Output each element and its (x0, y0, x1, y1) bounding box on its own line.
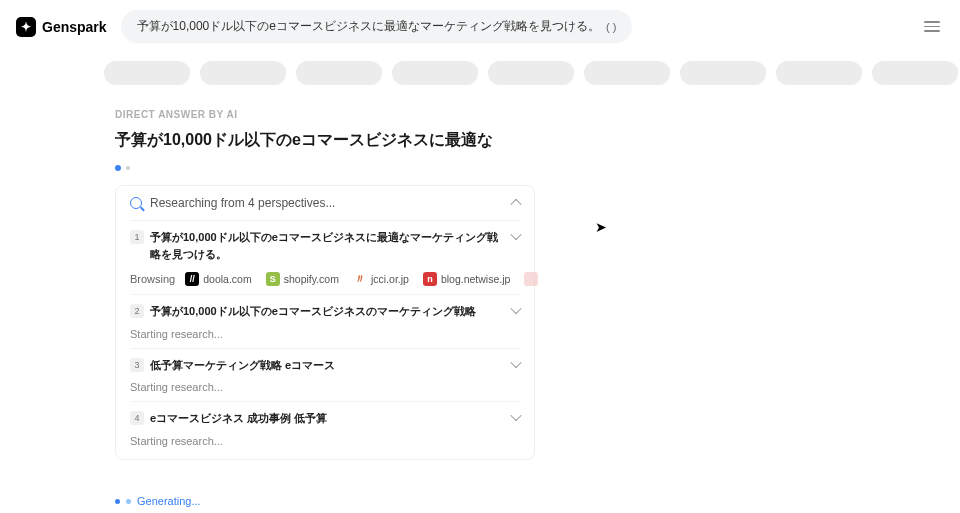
perspective-status: Starting research... (130, 435, 520, 447)
source-item[interactable]: // doola.com (185, 272, 251, 286)
source-name: shopify.com (284, 273, 339, 285)
tabs-row (0, 53, 960, 93)
source-item[interactable]: n blog.netwise.jp (423, 272, 510, 286)
perspective-number: 1 (130, 230, 144, 244)
header-bar: ✦ Genspark 予算が10,000ドル以下のeコマースビジネスに最適なマー… (0, 0, 960, 53)
research-panel: Researching from 4 perspectives... 1 予算が… (115, 185, 535, 460)
perspective-title: 予算が10,000ドル以下のeコマースビジネスのマーケティング戦略 (150, 303, 506, 320)
tab-skeleton (680, 61, 766, 85)
perspective-number: 2 (130, 304, 144, 318)
chevron-down-icon (510, 229, 521, 240)
source-name: doola.com (203, 273, 251, 285)
dot-inactive (126, 166, 130, 170)
perspective-item[interactable]: 4 eコマースビジネス 成功事例 低予算 Starting research..… (130, 401, 520, 455)
tab-skeleton (200, 61, 286, 85)
perspective-number: 3 (130, 358, 144, 372)
perspective-item[interactable]: 2 予算が10,000ドル以下のeコマースビジネスのマーケティング戦略 Star… (130, 294, 520, 348)
source-name: jcci.or.jp (371, 273, 409, 285)
query-text: 予算が10,000ドル以下のeコマースビジネスに最適なマーケティング戦略を見つけ… (137, 18, 600, 35)
gen-dot (126, 499, 131, 504)
browsing-label: Browsing (130, 273, 175, 285)
perspective-item[interactable]: 3 低予算マーケティング戦略 eコマース Starting research..… (130, 348, 520, 402)
direct-answer-label: DIRECT ANSWER BY AI (115, 109, 540, 120)
progress-dots (115, 165, 540, 171)
query-pill[interactable]: 予算が10,000ドル以下のeコマースビジネスに最適なマーケティング戦略を見つけ… (121, 10, 633, 43)
source-icon: n (423, 272, 437, 286)
perspective-item[interactable]: 1 予算が10,000ドル以下のeコマースビジネスに最適なマーケティング戦略を見… (130, 220, 520, 294)
tab-skeleton (872, 61, 958, 85)
logo[interactable]: ✦ Genspark (16, 17, 107, 37)
perspective-title: 予算が10,000ドル以下のeコマースビジネスに最適なマーケティング戦略を見つけ… (150, 229, 506, 262)
perspective-status: Starting research... (130, 328, 520, 340)
search-icon (130, 197, 142, 209)
perspective-number: 4 (130, 411, 144, 425)
source-icon: 〃 (353, 272, 367, 286)
dot-active (115, 165, 121, 171)
tab-skeleton (584, 61, 670, 85)
research-header-text: Researching from 4 perspectives... (150, 196, 504, 210)
generating-indicator: Generating... (115, 495, 201, 507)
source-item[interactable]: 〃 jcci.or.jp (353, 272, 409, 286)
perspective-title: eコマースビジネス 成功事例 低予算 (150, 410, 506, 427)
tab-skeleton (104, 61, 190, 85)
tab-skeleton (296, 61, 382, 85)
mouse-cursor-icon: ➤ (595, 219, 607, 235)
tab-skeleton (392, 61, 478, 85)
source-icon: // (185, 272, 199, 286)
chevron-up-icon (510, 199, 521, 210)
source-icon (524, 272, 538, 286)
answer-title: 予算が10,000ドル以下のeコマースビジネスに最適な (115, 130, 540, 151)
tab-skeleton (488, 61, 574, 85)
chevron-down-icon (510, 356, 521, 367)
query-suffix: ( ) (606, 21, 616, 33)
tab-skeleton (776, 61, 862, 85)
perspective-title: 低予算マーケティング戦略 eコマース (150, 357, 506, 374)
source-icon: S (266, 272, 280, 286)
menu-icon[interactable] (920, 17, 944, 36)
source-name: blog.netwise.jp (441, 273, 510, 285)
chevron-down-icon (510, 410, 521, 421)
browsing-sources: Browsing // doola.com S shopify.com 〃 jc… (130, 272, 520, 286)
source-item-faded (524, 272, 538, 286)
perspective-status: Starting research... (130, 381, 520, 393)
main-content: DIRECT ANSWER BY AI 予算が10,000ドル以下のeコマースビ… (0, 93, 540, 460)
generating-text: Generating... (137, 495, 201, 507)
source-item[interactable]: S shopify.com (266, 272, 339, 286)
logo-icon: ✦ (16, 17, 36, 37)
gen-dot (115, 499, 120, 504)
chevron-down-icon (510, 303, 521, 314)
research-header[interactable]: Researching from 4 perspectives... (130, 196, 520, 220)
logo-text: Genspark (42, 19, 107, 35)
